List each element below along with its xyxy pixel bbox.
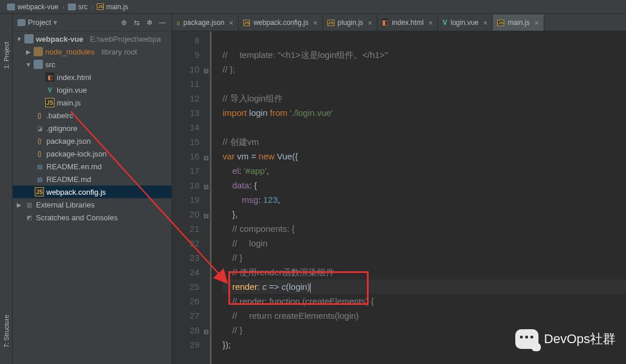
watermark: DevOps社群 (515, 329, 616, 349)
js-file-icon: JS (35, 187, 44, 196)
tree-webpack-config[interactable]: JSwebpack.config.js (13, 185, 172, 198)
line-gutter[interactable]: 8910111213141516171819202122232425262728… (172, 31, 210, 364)
project-dropdown[interactable]: Project ▾ (17, 18, 116, 27)
chevron-right-icon: › (91, 2, 93, 11)
js-file-icon: JS (327, 20, 334, 26)
js-file-icon: JS (243, 20, 250, 26)
close-icon[interactable]: × (534, 19, 539, 27)
tree-src[interactable]: ▼src (13, 58, 172, 71)
close-icon[interactable]: × (313, 19, 318, 27)
code-content[interactable]: // template: "<h1>这是login组件。</h1>" // };… (217, 31, 626, 364)
chevron-right-icon[interactable]: ▶ (26, 49, 31, 55)
fold-icon[interactable]: ⊟ (203, 209, 209, 223)
html-file-icon: ◧ (382, 19, 388, 27)
hide-icon[interactable]: — (158, 18, 167, 27)
tab-plugin-js[interactable]: JSplugin.js× (323, 14, 377, 31)
tree-main-js[interactable]: JSmain.js (13, 96, 172, 109)
tree-external-libs[interactable]: ▶▥External Libraries (13, 198, 172, 211)
chevron-right-icon: › (62, 2, 64, 11)
tree-node-modules[interactable]: ▶node_modules library root (13, 45, 172, 58)
folder-icon (68, 3, 76, 10)
json-file-icon: {} (177, 20, 180, 26)
close-icon[interactable]: × (483, 19, 488, 27)
crumb-dir[interactable]: src (65, 3, 90, 11)
crumb-file[interactable]: JSmain.js (94, 3, 130, 11)
folder-icon (24, 34, 34, 43)
tab-package-json[interactable]: {}package.json× (172, 14, 239, 31)
breadcrumb[interactable]: webpack-vue › src › JSmain.js (0, 0, 626, 14)
tree-babelrc[interactable]: {}.babelrc (13, 109, 172, 122)
target-icon[interactable]: ⊕ (119, 18, 129, 27)
side-tab-structure[interactable]: 7: Structure (2, 310, 11, 352)
vue-file-icon: V (45, 85, 54, 94)
tree-root[interactable]: ▼webpack-vue E:\webProject\webpa (13, 32, 172, 45)
fold-icon[interactable]: ⊟ (203, 180, 209, 194)
tree-package-json[interactable]: {}package.json (13, 134, 172, 147)
js-file-icon: JS (45, 98, 54, 107)
tree-scratches[interactable]: ◩Scratches and Consoles (13, 211, 172, 224)
md-file-icon: ▤ (35, 174, 44, 184)
close-icon[interactable]: × (428, 19, 433, 27)
wechat-icon (515, 329, 538, 349)
tab-index-html[interactable]: ◧index.html× (377, 14, 438, 31)
library-icon: ▥ (24, 200, 34, 209)
md-file-icon: ▤ (35, 162, 44, 171)
fold-icon[interactable]: ⊟ (203, 64, 209, 78)
code-editor[interactable]: 8910111213141516171819202122232425262728… (172, 31, 626, 364)
js-file-icon: JS (97, 3, 104, 10)
tree-readme[interactable]: ▤README.md (13, 173, 172, 185)
crumb-root[interactable]: webpack-vue (5, 3, 61, 11)
tree-index-html[interactable]: ◧index.html (13, 71, 172, 83)
gear-icon[interactable]: ✻ (145, 18, 154, 27)
tab-webpack-config[interactable]: JSwebpack.config.js× (239, 14, 323, 31)
html-file-icon: ◧ (45, 72, 54, 82)
chevron-down-icon[interactable]: ▼ (26, 61, 31, 68)
folder-icon (7, 3, 15, 10)
editor-tab-bar: {}package.json× JSwebpack.config.js× JSp… (172, 14, 626, 31)
gitignore-file-icon: ◪ (35, 123, 44, 133)
config-file-icon: {} (35, 111, 44, 120)
side-tab-project[interactable]: 1: Project (2, 37, 11, 73)
folder-icon (34, 60, 43, 69)
fold-icon[interactable]: ⊟ (203, 325, 209, 339)
tab-main-js[interactable]: JSmain.js× (493, 14, 544, 31)
json-file-icon: {} (35, 149, 44, 158)
js-file-icon: JS (497, 20, 504, 26)
tab-login-vue[interactable]: Vlogin.vue× (438, 14, 493, 31)
collapse-icon[interactable]: ⇆ (132, 18, 141, 27)
fold-bar (210, 31, 217, 364)
close-icon[interactable]: × (368, 19, 373, 27)
project-tree[interactable]: ▼webpack-vue E:\webProject\webpa ▶node_m… (13, 31, 172, 364)
chevron-down-icon[interactable]: ▼ (16, 36, 22, 42)
text-caret (310, 283, 311, 293)
fold-icon[interactable]: ⊟ (203, 151, 209, 165)
folder-icon (17, 19, 26, 26)
tree-package-lock[interactable]: {}package-lock.json (13, 147, 172, 160)
project-panel-header: Project ▾ ⊕ ⇆ ✻ — (13, 14, 172, 31)
vue-file-icon: V (442, 19, 447, 27)
close-icon[interactable]: × (229, 19, 234, 27)
tree-readme-en[interactable]: ▤README.en.md (13, 160, 172, 173)
tree-login-vue[interactable]: Vlogin.vue (13, 83, 172, 96)
folder-icon (34, 47, 43, 56)
left-tool-tabs: 1: Project 7: Structure (0, 14, 13, 364)
chevron-right-icon[interactable]: ▶ (16, 202, 22, 208)
project-panel: Project ▾ ⊕ ⇆ ✻ — ▼webpack-vue E:\webPro… (13, 14, 172, 364)
tree-gitignore[interactable]: ◪.gitignore (13, 122, 172, 134)
scratches-icon: ◩ (24, 213, 34, 222)
editor-area: {}package.json× JSwebpack.config.js× JSp… (172, 14, 626, 364)
json-file-icon: {} (35, 136, 44, 145)
